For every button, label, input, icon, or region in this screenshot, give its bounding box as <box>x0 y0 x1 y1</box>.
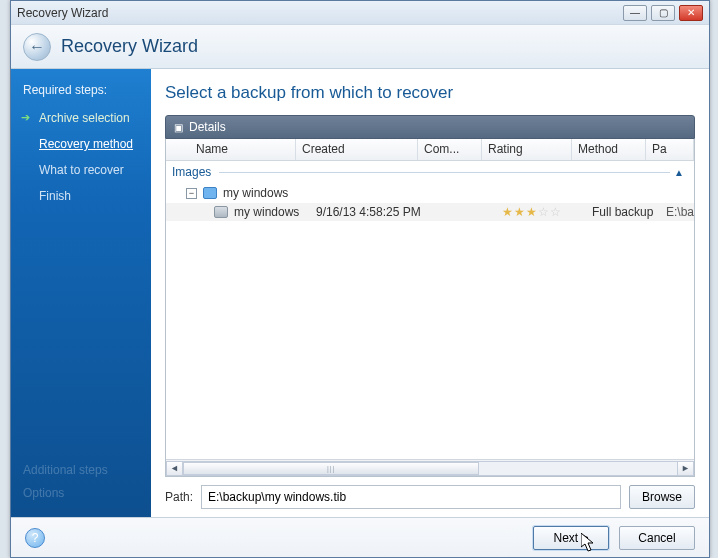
step-what-to-recover[interactable]: What to recover <box>11 157 151 183</box>
group-images[interactable]: Images ▲ <box>166 161 694 183</box>
grid-body: Images ▲ − my windows my windows 9/16/13… <box>166 161 694 459</box>
page-heading: Select a backup from which to recover <box>165 83 695 103</box>
cell-name: my windows <box>234 205 316 219</box>
cell-path: E:\ba <box>666 205 694 219</box>
backup-row[interactable]: my windows 9/16/13 4:58:25 PM ★★★☆☆ Full… <box>166 203 694 221</box>
col-path[interactable]: Pa <box>646 139 694 160</box>
backup-list: Name Created Com... Rating Method Pa Ima… <box>165 139 695 477</box>
expand-icon: ▣ <box>174 122 183 133</box>
path-input[interactable] <box>201 485 621 509</box>
col-rating[interactable]: Rating <box>482 139 572 160</box>
archive-icon <box>203 187 217 199</box>
cell-method: Full backup <box>592 205 666 219</box>
path-label: Path: <box>165 490 193 504</box>
tree-node-my-windows[interactable]: − my windows <box>166 183 694 203</box>
col-name[interactable]: Name <box>190 139 296 160</box>
cancel-button[interactable]: Cancel <box>619 526 695 550</box>
step-finish[interactable]: Finish <box>11 183 151 209</box>
group-label: Images <box>172 165 211 179</box>
step-recovery-method[interactable]: Recovery method <box>11 131 151 157</box>
step-label: Archive selection <box>39 111 130 125</box>
sidebar-faded-section: Additional steps Options <box>23 459 108 505</box>
chevron-up-icon[interactable]: ▲ <box>670 167 688 178</box>
scroll-track[interactable]: ||| <box>183 461 677 476</box>
wizard-header: ← Recovery Wizard <box>11 25 709 69</box>
minimize-button[interactable]: — <box>623 5 647 21</box>
scroll-right-button[interactable]: ► <box>677 461 694 476</box>
wizard-title: Recovery Wizard <box>61 36 198 57</box>
close-button[interactable]: ✕ <box>679 5 703 21</box>
window-title: Recovery Wizard <box>17 6 108 20</box>
details-header[interactable]: ▣ Details <box>165 115 695 139</box>
col-expand <box>166 139 190 160</box>
wizard-footer: ? Next > Cancel <box>11 517 709 557</box>
titlebar: Recovery Wizard — ▢ ✕ <box>11 1 709 25</box>
step-label: What to recover <box>39 163 124 177</box>
col-created[interactable]: Created <box>296 139 418 160</box>
column-headers: Name Created Com... Rating Method Pa <box>166 139 694 161</box>
horizontal-scrollbar[interactable]: ◄ ||| ► <box>166 459 694 476</box>
collapse-toggle[interactable]: − <box>186 188 197 199</box>
wizard-body: Required steps: ➔ Archive selection Reco… <box>11 69 709 517</box>
group-line <box>219 172 670 173</box>
details-label: Details <box>189 120 226 134</box>
step-label: Finish <box>39 189 71 203</box>
disk-icon <box>214 206 228 218</box>
faded-item: Additional steps <box>23 459 108 482</box>
check-arrow-icon: ➔ <box>21 111 30 124</box>
browse-button[interactable]: Browse <box>629 485 695 509</box>
scroll-thumb[interactable]: ||| <box>183 462 479 475</box>
help-icon: ? <box>32 531 39 545</box>
next-button[interactable]: Next > <box>533 526 609 550</box>
recovery-wizard-window: Recovery Wizard — ▢ ✕ ← Recovery Wizard … <box>10 0 710 558</box>
col-comment[interactable]: Com... <box>418 139 482 160</box>
scroll-left-button[interactable]: ◄ <box>166 461 183 476</box>
main-panel: Select a backup from which to recover ▣ … <box>151 69 709 517</box>
back-button[interactable]: ← <box>23 33 51 61</box>
col-method[interactable]: Method <box>572 139 646 160</box>
faded-item: Options <box>23 482 108 505</box>
steps-sidebar: Required steps: ➔ Archive selection Reco… <box>11 69 151 517</box>
maximize-button[interactable]: ▢ <box>651 5 675 21</box>
required-steps-label: Required steps: <box>11 79 151 105</box>
back-arrow-icon: ← <box>29 38 45 56</box>
cell-rating: ★★★☆☆ <box>502 205 592 219</box>
path-row: Path: Browse <box>165 485 695 509</box>
help-button[interactable]: ? <box>25 528 45 548</box>
step-label: Recovery method <box>39 137 133 151</box>
cell-created: 9/16/13 4:58:25 PM <box>316 205 438 219</box>
step-archive-selection[interactable]: ➔ Archive selection <box>11 105 151 131</box>
node-label: my windows <box>223 186 288 200</box>
